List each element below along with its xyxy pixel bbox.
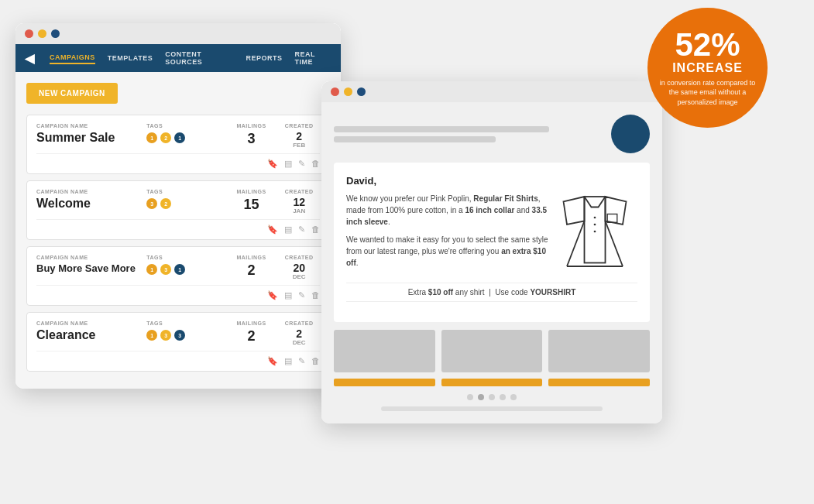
email-content: David, We know you prefer our Pink Popli… <box>334 163 650 322</box>
created-day-3: 20 <box>278 262 320 273</box>
mailings-label-4: MAILINGS <box>231 321 273 326</box>
campaign-card-summer-sale: CAMPAIGN NAME Summer Sale TAGS 1 2 1 MAI… <box>26 115 330 174</box>
campaign-name-3: Buy More Save More <box>36 262 140 274</box>
mailings-3: 2 <box>231 262 273 279</box>
badge-increase-label: INCREASE <box>672 61 743 75</box>
email-header-lines <box>334 126 603 142</box>
campaign-actions-4: 🔖 ▤ ✎ 🗑 <box>36 351 320 368</box>
delete-action-icon-2[interactable]: 🗑 <box>311 225 320 235</box>
shirt-illustration <box>560 193 637 273</box>
tag-1-3: 1 <box>174 132 185 143</box>
campaigns-titlebar <box>15 23 341 44</box>
chart-action-icon-2[interactable]: ▤ <box>284 225 292 235</box>
email-header <box>334 115 650 153</box>
avatar <box>611 115 650 153</box>
email-shirt-text: We know you prefer our Pink Poplin, Regu… <box>346 193 551 275</box>
tag-action-icon-4[interactable]: 🔖 <box>267 356 278 366</box>
campaign-actions-2: 🔖 ▤ ✎ 🗑 <box>36 219 320 236</box>
name-label-2: CAMPAIGN NAME <box>36 189 140 194</box>
tag-1-1: 1 <box>146 132 157 143</box>
email-minimize-dot[interactable] <box>344 87 352 96</box>
minimize-dot[interactable] <box>38 29 46 38</box>
nav-real-time[interactable]: REAL TIME <box>294 49 331 67</box>
created-day-1: 2 <box>278 131 320 142</box>
nav-dot-2[interactable] <box>478 394 484 400</box>
delete-action-icon-4[interactable]: 🗑 <box>311 356 320 366</box>
email-greeting: David, <box>346 175 637 187</box>
chart-action-icon-3[interactable]: ▤ <box>284 290 292 300</box>
maximize-dot[interactable] <box>51 29 60 38</box>
created-label-1: CREATED <box>278 123 320 129</box>
nav-dot-5[interactable] <box>510 394 517 400</box>
close-dot[interactable] <box>25 29 33 38</box>
tags-row-3: 1 3 1 <box>146 264 225 275</box>
nav-dot-3[interactable] <box>489 394 495 400</box>
name-label-4: CAMPAIGN NAME <box>36 321 140 326</box>
mailings-label-2: MAILINGS <box>231 189 273 194</box>
email-footer-line <box>381 406 603 411</box>
nav-dot-4[interactable] <box>500 394 506 400</box>
tags-label-2: TAGS <box>146 189 225 194</box>
mailings-1: 3 <box>231 131 273 147</box>
tags-row-1: 1 2 1 <box>146 132 225 143</box>
tag-action-icon-2[interactable]: 🔖 <box>267 225 278 235</box>
campaigns-window: ◀ CAMPAIGNS TEMPLATES CONTENT SOURCES RE… <box>15 23 341 389</box>
edit-action-icon[interactable]: ✎ <box>298 159 305 169</box>
cta-buttons-row <box>334 379 650 386</box>
svg-point-8 <box>594 224 596 226</box>
tag-action-icon[interactable]: 🔖 <box>267 159 278 169</box>
svg-line-4 <box>606 221 623 267</box>
nav-dots <box>334 394 650 400</box>
new-campaign-button[interactable]: NEW CAMPAIGN <box>26 83 118 104</box>
product-image-3 <box>548 330 650 372</box>
email-maximize-dot[interactable] <box>357 87 366 96</box>
delete-action-icon[interactable]: 🗑 <box>311 159 320 169</box>
email-body: David, We know you prefer our Pink Popli… <box>321 102 662 423</box>
tags-row-2: 3 2 <box>146 198 225 209</box>
email-paragraph-2: We wanted to make it easy for you to sel… <box>346 234 551 269</box>
campaign-actions-1: 🔖 ▤ ✎ 🗑 <box>36 153 320 170</box>
campaign-name-2: Welcome <box>36 197 140 211</box>
mailings-2: 15 <box>231 197 273 213</box>
nav-templates[interactable]: TEMPLATES <box>108 53 153 63</box>
logo-icon: ◀ <box>25 51 34 66</box>
campaign-card-welcome: CAMPAIGN NAME Welcome TAGS 3 2 MAILINGS … <box>26 180 330 240</box>
product-image-2 <box>441 330 543 372</box>
created-label-4: CREATED <box>278 321 320 326</box>
header-line-2 <box>334 136 496 142</box>
campaign-body: NEW CAMPAIGN CAMPAIGN NAME Summer Sale T… <box>15 72 341 389</box>
edit-action-icon-4[interactable]: ✎ <box>298 356 305 366</box>
created-month-3: DEC <box>278 273 320 280</box>
nav-dot-1[interactable] <box>467 394 473 400</box>
product-images-row <box>334 330 650 372</box>
cta-button-3[interactable] <box>548 379 650 386</box>
svg-point-9 <box>594 231 596 233</box>
conversion-badge: 52% INCREASE in conversion rate compared… <box>647 8 768 128</box>
tag-3-3: 1 <box>174 264 185 275</box>
tags-label-3: TAGS <box>146 255 225 260</box>
shirt-svg <box>560 193 630 270</box>
nav-campaigns[interactable]: CAMPAIGNS <box>50 52 95 64</box>
svg-marker-1 <box>606 197 627 225</box>
email-preview-window: David, We know you prefer our Pink Popli… <box>321 81 662 423</box>
tag-3-2: 3 <box>160 264 171 275</box>
tags-label-1: TAGS <box>146 123 225 129</box>
chart-action-icon-4[interactable]: ▤ <box>284 356 292 366</box>
email-close-dot[interactable] <box>331 87 339 96</box>
badge-percent: 52% <box>675 29 740 61</box>
tag-2-1: 3 <box>146 198 157 209</box>
created-label-2: CREATED <box>278 189 320 194</box>
chart-action-icon[interactable]: ▤ <box>284 159 292 169</box>
nav-bar: ◀ CAMPAIGNS TEMPLATES CONTENT SOURCES RE… <box>15 44 341 72</box>
delete-action-icon-3[interactable]: 🗑 <box>311 290 320 300</box>
edit-action-icon-2[interactable]: ✎ <box>298 225 305 235</box>
nav-reports[interactable]: REPORTS <box>246 53 282 63</box>
tag-4-1: 1 <box>146 330 157 341</box>
cta-button-2[interactable] <box>441 379 543 386</box>
nav-content-sources[interactable]: CONTENT SOURCES <box>165 49 233 67</box>
edit-action-icon-3[interactable]: ✎ <box>298 290 305 300</box>
tag-4-3: 3 <box>174 330 185 341</box>
promo-bar: Extra $10 off any shirt | Use code YOURS… <box>346 283 637 302</box>
tag-action-icon-3[interactable]: 🔖 <box>267 290 278 300</box>
cta-button-1[interactable] <box>334 379 435 386</box>
